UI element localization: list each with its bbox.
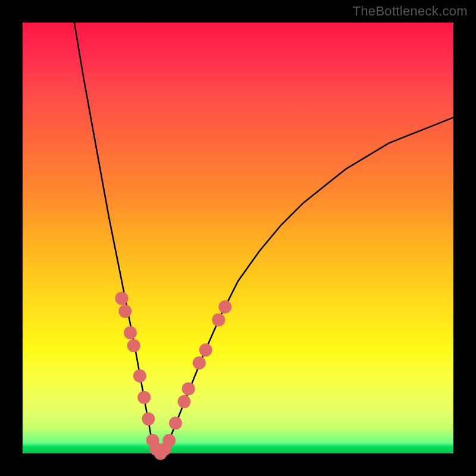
chart-frame: TheBottleneck.com [0, 0, 476, 476]
highlight-dot [178, 395, 191, 408]
highlight-dot [162, 434, 176, 447]
highlight-dot [124, 326, 137, 339]
watermark-text: TheBottleneck.com [353, 4, 468, 19]
highlight-dot [115, 292, 129, 305]
plot-area [23, 23, 453, 453]
highlight-dot [169, 416, 182, 430]
highlight-dot [199, 343, 212, 356]
highlight-dot [212, 314, 225, 327]
curve-right-branch [169, 117, 453, 440]
highlight-dot [118, 305, 131, 318]
highlight-dot [218, 300, 231, 314]
highlighted-points-group [115, 292, 232, 460]
curve-svg [23, 23, 453, 453]
highlight-dot [133, 369, 146, 383]
highlight-dot [127, 339, 140, 352]
highlight-dot [182, 382, 195, 395]
highlight-dot [142, 412, 155, 425]
highlight-dot [193, 356, 206, 369]
highlight-dot [137, 391, 151, 404]
